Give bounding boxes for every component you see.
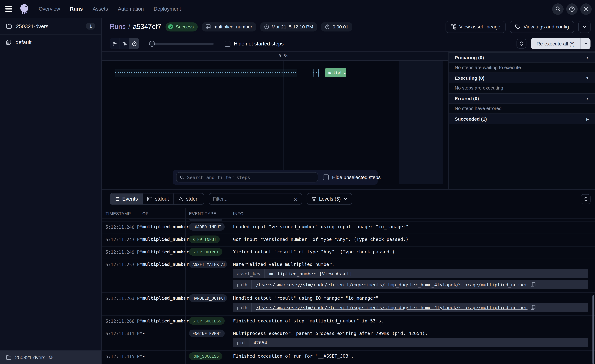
help-icon[interactable] [566,3,578,15]
events-section: Events stdout stderr [102,190,595,364]
flat-view-button[interactable] [110,38,120,49]
clear-filter-icon[interactable]: ⊗ [293,196,298,202]
gantt-expand-stepper[interactable] [516,39,526,49]
step-waiting-segment [313,69,319,77]
status-section-header[interactable]: Executing (0) ▼ [449,73,595,83]
metadata-key: path [233,280,252,289]
copy-icon[interactable] [531,282,535,287]
search-icon [180,175,184,180]
reload-repo-icon[interactable]: ⟳ [49,355,53,360]
event-metadata-row: asset_key multiplied_number [View Asset] [233,269,588,278]
search-icon[interactable] [552,3,564,15]
event-metadata-row: path /Users/smackesey/stm/code/elementl/… [233,303,588,312]
event-type-cell: ASSET_MATERIALI… [185,259,229,293]
run-status-badge: Success [166,22,198,31]
tab-events[interactable]: Events [110,193,142,204]
gantt-highlight-band [399,61,443,184]
run-id-label: a5347ef7 [133,23,161,31]
event-type-cell: STEP_INPUT [185,234,229,246]
status-panel-sections: Preparing (0) ▼ No steps are waiting to … [449,52,595,124]
metadata-value: multiplied_number [View Asset] [265,271,352,276]
event-info-cell: Finished execution of step "multiplied_n… [229,315,595,328]
nav-item-automation[interactable]: Automation [118,6,144,12]
copy-icon[interactable] [531,305,535,310]
reexecute-all-button[interactable]: Re-execute all (*) [531,38,580,49]
event-type-badge: RUN_SUCCESS [189,352,222,360]
event-metadata-row: path /Users/smackesey/stm/code/elementl/… [233,280,588,289]
job-icon [6,39,12,45]
view-asset-lineage-button[interactable]: View asset lineage [446,21,506,33]
waterfall-view-button[interactable] [120,38,129,49]
reexecute-dropdown-button[interactable] [580,38,591,49]
lineage-icon [451,24,456,29]
metadata-key: path [233,303,252,312]
step-status-panel: Preparing (0) ▼ No steps are waiting to … [448,52,595,189]
event-type-badge: STEP_SUCCESS [189,317,225,325]
sidebar-repo-row[interactable]: 250321-dvers 1 [0,18,101,35]
gantt-zoom-slider[interactable] [149,41,214,46]
status-section-header[interactable]: Errored (0) ▼ [449,93,595,104]
run-more-actions-button[interactable] [578,21,591,33]
nav-item-overview[interactable]: Overview [39,6,60,12]
section-caret-icon: ▼ [586,76,589,80]
clock-icon [264,24,269,29]
sidebar-job-default[interactable]: default [0,35,101,50]
events-rows: 5:12:11.240 PM multiplied_number LOADED_… [102,222,595,364]
nav-icon-buttons [552,3,592,15]
tab-stdout[interactable]: stdout [142,193,174,204]
view-asset-link[interactable]: View Asset [322,271,349,276]
hide-unselected-checkbox[interactable] [323,175,329,180]
event-timestamp: 5:12:11.253 PM [102,259,138,293]
levels-dropdown[interactable]: Levels (5) [307,193,352,205]
events-toolbar: Events stdout stderr [102,190,595,208]
event-op: multiplied_number [138,222,185,234]
events-scrollbar-thumb[interactable] [593,295,594,364]
repo-count-badge: 1 [86,22,95,29]
status-section-empty-message: No steps have errored [449,104,595,114]
view-tags-config-button[interactable]: View tags and config [510,21,574,33]
event-type-badge: HANDLED_OUTPUT [189,294,227,302]
event-info-text: Multiprocess executor: parent process ex… [233,331,588,336]
hamburger-menu-icon[interactable] [5,4,14,14]
event-timestamp: 5:12:11.263 PM [102,293,138,315]
nav-item-runs[interactable]: Runs [70,6,83,12]
timed-view-button[interactable] [129,38,139,49]
event-log-row: 5:12:11.411 PM - ENGINE_EVENT Multiproce… [102,328,595,351]
check-circle-icon [168,24,173,29]
events-expand-stepper[interactable] [581,194,590,204]
hide-not-started-checkbox[interactable] [225,41,230,46]
tab-stderr[interactable]: stderr [174,193,204,204]
terminal-icon [147,197,152,201]
hide-unselected-checkbox-row[interactable]: Hide unselected steps [323,175,381,180]
sidebar-footer: 250321-dvers ⟳ [0,350,101,364]
dagster-logo-icon[interactable] [18,3,30,15]
events-table: TIMESTAMP OP EVENT TYPE INFO 5:12:11.240… [102,208,595,364]
section-caret-icon: ▶ [586,117,589,121]
event-log-row: 5:12:11.266 PM multiplied_number STEP_SU… [102,315,595,328]
event-timestamp: 5:12:11.411 PM [102,328,138,350]
hide-not-started-checkbox-row[interactable]: Hide not started steps [225,41,283,46]
event-timestamp: 5:12:11.240 PM [102,222,138,234]
chevron-down-icon [344,198,347,200]
footer-repo-label: 250321-dvers [15,355,45,360]
nav-item-assets[interactable]: Assets [92,6,108,12]
gantt-step-box[interactable]: multipli… [325,68,346,77]
event-type-cell: STEP_SUCCESS [185,315,229,328]
run-asset-tag[interactable]: multiplied_number [202,22,256,31]
nav-links: Overview Runs Assets Automation Deployme… [39,6,181,12]
slider-knob[interactable] [149,41,155,46]
settings-gear-icon[interactable] [580,3,592,15]
status-section-header[interactable]: Preparing (0) ▼ [449,52,595,63]
tag-icon [515,24,520,29]
step-search-input[interactable]: Search and filter steps [176,172,318,182]
status-section-header[interactable]: Succeeded (1) ▶ [449,114,595,124]
nav-item-deployment[interactable]: Deployment [154,6,181,12]
status-section-empty-message: No steps are waiting to execute [449,63,595,73]
event-type-cell: STEP_OUTPUT [185,246,229,259]
chevron-down-icon [583,26,586,28]
event-info-text: Finished execution of run for "__ASSET_J… [233,354,588,359]
event-op: - [138,328,185,350]
run-time-tag: Mar 21, 5:12:10 PM [260,22,317,31]
log-filter-input[interactable]: Filter... ⊗ [209,193,302,205]
breadcrumb-runs-link[interactable]: Runs [110,23,126,31]
